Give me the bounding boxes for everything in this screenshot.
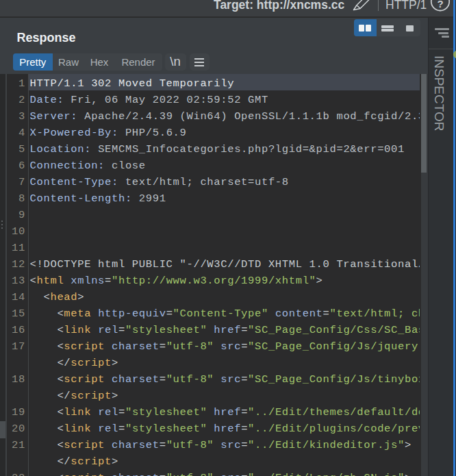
svg-text:?: ? bbox=[437, 0, 443, 10]
